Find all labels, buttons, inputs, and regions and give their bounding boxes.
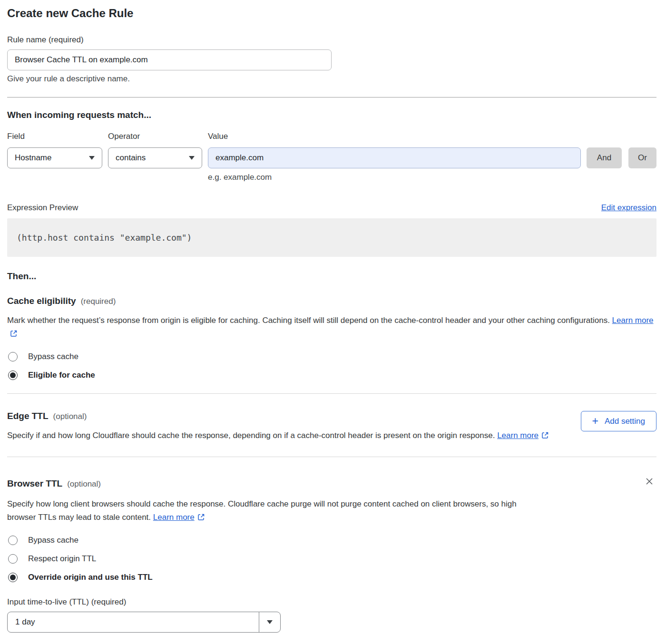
- browser-ttl-description: Specify how long client browsers should …: [7, 498, 529, 525]
- ttl-select-value: 1 day: [8, 617, 259, 627]
- required-badge: (required): [81, 297, 116, 306]
- field-select-value: Hostname: [15, 153, 51, 163]
- browser-ttl-title: Browser TTL: [7, 478, 62, 489]
- operator-label: Operator: [108, 132, 208, 141]
- value-label: Value: [208, 132, 656, 141]
- radio-label: Override origin and use this TTL: [28, 573, 153, 582]
- browser-ttl-header: Browser TTL (optional): [7, 474, 656, 490]
- learn-more-link[interactable]: Learn more: [153, 513, 195, 522]
- learn-more-link[interactable]: Learn more: [497, 431, 539, 440]
- ttl-input-field: Input time-to-live (TTL) (required) 1 da…: [7, 597, 656, 633]
- rule-name-label: Rule name (required): [7, 35, 656, 45]
- radio-option-bypass-cache[interactable]: Bypass cache: [7, 352, 656, 361]
- cache-eligibility-description: Mark whether the request’s response from…: [7, 314, 656, 342]
- radio-button[interactable]: [8, 573, 18, 582]
- radio-option-bypass-cache[interactable]: Bypass cache: [7, 536, 656, 545]
- expression-preview-label: Expression Preview: [7, 203, 78, 213]
- edge-ttl-description: Specify if and how long Cloudflare shoul…: [7, 429, 569, 443]
- divider: [7, 457, 656, 457]
- match-heading: When incoming requests match...: [7, 110, 656, 120]
- radio-label: Bypass cache: [28, 352, 78, 361]
- close-icon[interactable]: [642, 474, 656, 490]
- and-button[interactable]: And: [587, 147, 622, 168]
- then-heading: Then...: [7, 271, 656, 282]
- learn-more-link[interactable]: Learn more: [612, 316, 654, 325]
- cache-eligibility-section: Cache eligibility (required) Mark whethe…: [7, 296, 656, 380]
- cache-eligibility-title: Cache eligibility: [7, 296, 76, 306]
- edit-expression-link[interactable]: Edit expression: [601, 203, 656, 213]
- or-button[interactable]: Or: [628, 147, 656, 168]
- field-label: Field: [7, 132, 108, 141]
- expression-code-block: (http.host contains "example.com"): [7, 218, 656, 257]
- ttl-input-label: Input time-to-live (TTL) (required): [7, 597, 656, 607]
- radio-label: Bypass cache: [28, 536, 78, 545]
- ttl-select-arrow-box[interactable]: [259, 612, 280, 632]
- operator-select[interactable]: contains: [108, 147, 202, 168]
- operator-select-value: contains: [116, 153, 146, 163]
- external-link-icon: [10, 328, 18, 342]
- description-text: Mark whether the request’s response from…: [7, 316, 610, 325]
- divider: [7, 393, 656, 394]
- radio-label: Respect origin TTL: [28, 554, 96, 564]
- add-setting-label: Add setting: [605, 417, 645, 426]
- edge-ttl-text: Edge TTL (optional) Specify if and how l…: [7, 411, 569, 443]
- chevron-down-icon: [189, 156, 195, 160]
- rule-name-help: Give your rule a descriptive name.: [7, 74, 656, 84]
- external-link-icon: [541, 430, 549, 443]
- external-link-icon: [197, 512, 205, 525]
- description-text: Specify if and how long Cloudflare shoul…: [7, 431, 495, 440]
- radio-option-eligible-for-cache[interactable]: Eligible for cache: [7, 371, 656, 380]
- expression-preview-row: Expression Preview Edit expression: [7, 203, 656, 213]
- description-text: Specify how long client browsers should …: [7, 499, 517, 522]
- plus-icon: +: [592, 416, 598, 427]
- cache-eligibility-header: Cache eligibility (required): [7, 296, 656, 306]
- radio-button[interactable]: [8, 352, 18, 361]
- match-controls-row: Hostname contains And Or: [7, 147, 656, 168]
- cache-eligibility-options: Bypass cache Eligible for cache: [7, 352, 656, 380]
- add-setting-button[interactable]: + Add setting: [581, 411, 657, 431]
- radio-label: Eligible for cache: [28, 371, 95, 380]
- page-title: Create new Cache Rule: [7, 7, 656, 20]
- rule-name-input[interactable]: [7, 49, 332, 70]
- edge-ttl-title: Edge TTL: [7, 411, 49, 421]
- optional-badge: (optional): [67, 479, 101, 489]
- create-cache-rule-form: Create new Cache Rule Rule name (require…: [0, 0, 666, 642]
- match-column-labels: Field Operator Value: [7, 132, 656, 141]
- radio-button[interactable]: [8, 371, 18, 380]
- ttl-select[interactable]: 1 day: [7, 612, 281, 633]
- browser-ttl-section: Browser TTL (optional) Specify how long …: [7, 469, 656, 633]
- chevron-down-icon: [89, 156, 95, 160]
- radio-option-respect-origin-ttl[interactable]: Respect origin TTL: [7, 554, 656, 564]
- edge-ttl-section: Edge TTL (optional) Specify if and how l…: [7, 406, 656, 443]
- chevron-down-icon: [267, 620, 273, 624]
- radio-option-override-origin-ttl[interactable]: Override origin and use this TTL: [7, 573, 656, 582]
- divider: [7, 97, 656, 98]
- edge-ttl-header: Edge TTL (optional): [7, 411, 569, 421]
- radio-button[interactable]: [8, 536, 18, 545]
- value-input[interactable]: [208, 147, 581, 168]
- radio-button[interactable]: [8, 554, 18, 564]
- value-hint: e.g. example.com: [208, 173, 656, 182]
- optional-badge: (optional): [53, 412, 87, 421]
- field-select[interactable]: Hostname: [7, 147, 102, 168]
- browser-ttl-options: Bypass cache Respect origin TTL Override…: [7, 536, 656, 582]
